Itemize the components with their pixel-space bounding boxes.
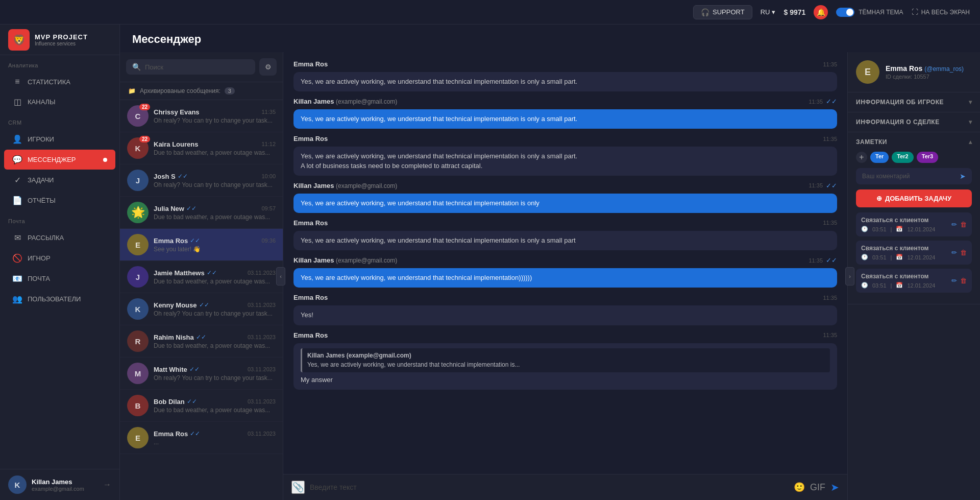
channels-icon: ◫ (12, 97, 22, 107)
msg-sender-name: Emma Ros (293, 294, 328, 301)
sidebar: 🦁 MVP PROJECT Influence services Аналити… (0, 25, 120, 500)
message-bubble: Yes, we are actively working, we underst… (293, 147, 837, 175)
avatar: J (127, 170, 149, 191)
logout-button[interactable]: → (103, 480, 111, 489)
message-bubble: Yes! (293, 305, 837, 325)
support-button[interactable]: 🎧 SUPPORT (693, 5, 752, 19)
quoted-message: Killan James (example@gmail.com) Yes, we… (301, 348, 830, 373)
current-user-name: Killan James (32, 478, 98, 486)
sidebar-label-statistika: СТАТИСТИКА (28, 78, 107, 86)
sidebar-item-igroki[interactable]: 👤 ИГРОКИ (4, 129, 115, 149)
sidebar-item-otchety[interactable]: 📄 ОТЧЁТЫ (4, 191, 115, 210)
sidebar-item-kanaly[interactable]: ◫ КАНАЛЫ (4, 92, 115, 112)
tag-ter2[interactable]: Ter2 (892, 152, 913, 163)
chat-input[interactable] (310, 483, 789, 491)
send-button[interactable]: ➤ (830, 481, 839, 493)
deal-info-header[interactable]: ИНФОРМАЦИЯ О СДЕЛКЕ ▾ (848, 112, 980, 132)
msg-sender-name: Killan James (example@gmail.com) (293, 256, 397, 264)
sidebar-item-statistika[interactable]: ≡ СТАТИСТИКА (4, 72, 115, 91)
collapse-contacts-button[interactable]: ‹ (276, 267, 285, 285)
message-bubble: Yes, we are actively working, we underst… (293, 268, 837, 288)
task-edit-button[interactable]: ✏ (951, 221, 957, 228)
list-item[interactable]: B Bob Dilan ✓✓ 03.11.2023 Due to bad wea… (120, 390, 283, 422)
sidebar-item-rassylka[interactable]: ✉ РАССЫЛКА (4, 228, 115, 248)
task-delete-button[interactable]: 🗑 (960, 249, 967, 256)
task-delete-button[interactable]: 🗑 (960, 277, 967, 284)
list-item[interactable]: R Rahim Nisha ✓✓ 03.11.2023 Due to bad w… (120, 325, 283, 358)
archived-count: 3 (225, 87, 235, 94)
main-layout: 🦁 MVP PROJECT Influence services Аналити… (0, 25, 980, 500)
add-task-button[interactable]: ⊕ ДОБАВИТЬ ЗАДАЧУ (856, 189, 972, 207)
task-edit-button[interactable]: ✏ (951, 249, 957, 256)
filter-icon: ⚙ (265, 63, 272, 71)
read-check-icon: ✓✓ (190, 237, 200, 244)
message-group: Emma Ros 11:35 Yes, we are actively work… (293, 135, 837, 175)
msg-sender-name: Killan James (example@gmail.com) (293, 182, 397, 189)
list-item[interactable]: J Josh S ✓✓ 10:00 Oh realy? You can try … (120, 164, 283, 197)
language-button[interactable]: RU ▾ (761, 8, 776, 16)
list-item[interactable]: E Emma Ros ✓✓ 03.11.2023 ... (120, 422, 283, 454)
emoji-button[interactable]: 🙂 (794, 482, 805, 493)
list-item[interactable]: K 22 Kaira Lourens 11:12 Due to bad weat… (120, 132, 283, 164)
current-user-email: example@gmail.com (32, 486, 98, 492)
list-item[interactable]: K Kenny Mouse ✓✓ 03.11.2023 Oh realy? Yo… (120, 293, 283, 325)
read-check-icon: ✓✓ (190, 430, 200, 437)
task-item: Связаться с клиентом 🕐 03:51 | 📅 12.01.2… (856, 212, 972, 236)
sidebar-item-polzovateli[interactable]: 👥 ПОЛЬЗОВАТЕЛИ (4, 289, 115, 309)
avatar: C 22 (127, 105, 149, 127)
player-info-label: ИНФОРМАЦИЯ ОБ ИГРОКЕ (856, 99, 944, 106)
message-group: Emma Ros 11:35 Yes, we are actively work… (293, 60, 837, 91)
task-time: 03:51 (872, 254, 887, 260)
task-time: 03:51 (872, 226, 887, 232)
message-bubble: Killan James (example@gmail.com) Yes, we… (293, 343, 837, 390)
add-tag-button[interactable]: + (856, 152, 867, 163)
page-content: Мессенджер 🔍 ⚙ 📁 Архивированые сообщения… (120, 25, 980, 500)
list-item[interactable]: J Jamie Matthews ✓✓ 03.11.2023 Due to ba… (120, 261, 283, 293)
list-item[interactable]: M Matt White ✓✓ 03.11.2023 Oh realy? You… (120, 358, 283, 390)
attach-button[interactable]: 📎 (291, 481, 305, 494)
logo-title: MVP PROJECT (35, 33, 88, 41)
plus-icon: ⊕ (876, 195, 882, 202)
message-group: Killan James (example@gmail.com) 11:35 ✓… (293, 182, 837, 213)
right-user-id: ID сделки: 10557 (886, 74, 972, 80)
tags-row: + Ter Ter2 Ter3 (856, 152, 972, 163)
search-input[interactable] (145, 63, 249, 71)
sidebar-item-pochta[interactable]: 📧 ПОЧТА (4, 269, 115, 289)
list-item[interactable]: 🌟 Julia New ✓✓ 09:57 Due to bad weather,… (120, 197, 283, 229)
msg-sender-name: Emma Ros (293, 60, 328, 68)
clock-icon: 🕐 (861, 282, 868, 289)
avatar: R (127, 330, 149, 352)
tag-ter[interactable]: Ter (870, 152, 889, 163)
message-bubble: Yes, we are actively working, we underst… (293, 194, 837, 213)
read-check-icon: ✓✓ (196, 334, 206, 341)
archived-bar[interactable]: 📁 Архивированые сообщения: 3 (120, 82, 283, 100)
reports-icon: 📄 (12, 196, 22, 205)
mailing-icon: ✉ (12, 233, 22, 243)
list-item[interactable]: C 22 Chrissy Evans 11:35 Oh realy? You c… (120, 100, 283, 132)
fullscreen-icon: ⛶ (912, 8, 918, 16)
notes-header[interactable]: ЗАМЕТКИ ▴ (848, 132, 980, 152)
dark-theme-toggle[interactable] (836, 8, 854, 17)
msg-sender-name: Killan James (example@gmail.com) (293, 98, 397, 105)
balance-display: $ 9971 (783, 8, 805, 16)
sidebar-label-igroki: ИГРОКИ (28, 135, 107, 143)
collapse-right-button[interactable]: › (845, 267, 854, 285)
player-info-header[interactable]: ИНФОРМАЦИЯ ОБ ИГРОКЕ ▾ (848, 92, 980, 112)
notification-button[interactable]: 🔔 (814, 5, 828, 19)
task-edit-button[interactable]: ✏ (951, 277, 957, 284)
sidebar-item-ignor[interactable]: 🚫 ИГНОР (4, 248, 115, 268)
list-item[interactable]: E Emma Ros ✓✓ 09:36 See you later! 👋 (120, 229, 283, 261)
sidebar-item-messenger[interactable]: 💬 МЕССЕНДЖЕР (4, 150, 115, 170)
crm-section-label: CRM (0, 112, 119, 129)
sidebar-item-zadachi[interactable]: ✓ ЗАДАЧИ (4, 170, 115, 190)
gif-button[interactable]: GIF (810, 482, 825, 493)
sidebar-section-pochta: Почта ✉ РАССЫЛКА 🚫 ИГНОР 📧 ПОЧТА 👥 ПОЛЬЗ… (0, 211, 119, 309)
task-delete-button[interactable]: 🗑 (960, 221, 967, 228)
chat-input-area: 📎 🙂 GIF ➤ (283, 474, 847, 500)
comment-send-button[interactable]: ➤ (960, 172, 966, 180)
bell-icon: 🔔 (817, 8, 825, 16)
task-label: Связаться с клиентом (861, 245, 951, 252)
filter-button[interactable]: ⚙ (259, 58, 277, 76)
fullscreen-button[interactable]: ⛶ НА ВЕСЬ ЭКРАН (912, 8, 970, 16)
tag-ter3[interactable]: Ter3 (917, 152, 938, 163)
